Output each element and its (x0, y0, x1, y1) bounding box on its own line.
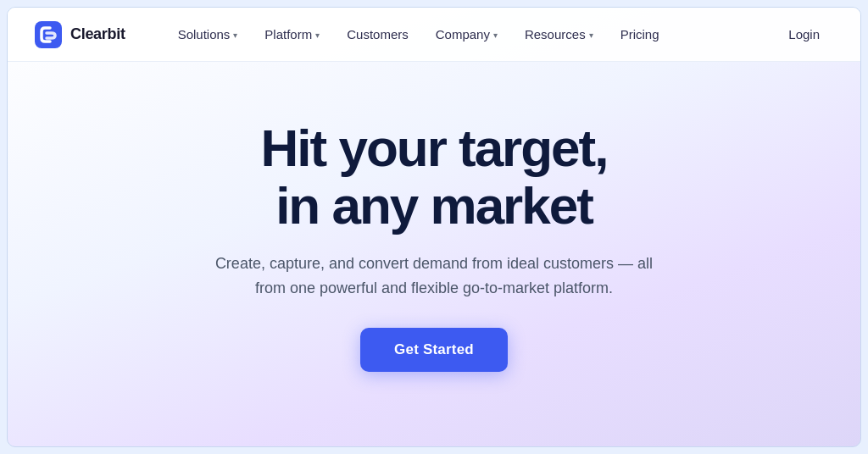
platform-label: Platform (264, 27, 312, 42)
clearbit-logo-icon (35, 21, 62, 48)
company-label: Company (436, 27, 490, 42)
hero-section: Hit your target, in any market Create, c… (8, 62, 860, 446)
navbar: Clearbit Solutions ▾ Platform ▾ Customer… (8, 8, 860, 62)
nav-links: Solutions ▾ Platform ▾ Customers Company… (166, 20, 776, 48)
logo-area[interactable]: Clearbit (35, 21, 125, 48)
customers-label: Customers (347, 27, 409, 42)
get-started-button[interactable]: Get Started (360, 328, 508, 372)
resources-chevron-icon: ▾ (589, 30, 593, 40)
hero-subtext: Create, capture, and convert demand from… (214, 252, 654, 301)
nav-item-solutions[interactable]: Solutions ▾ (166, 20, 250, 48)
platform-chevron-icon: ▾ (315, 30, 320, 40)
login-button[interactable]: Login (775, 20, 833, 48)
company-chevron-icon: ▾ (493, 30, 498, 40)
hero-headline: Hit your target, in any market (261, 119, 608, 235)
page-wrapper: Clearbit Solutions ▾ Platform ▾ Customer… (7, 7, 861, 447)
logo-text: Clearbit (70, 25, 125, 43)
nav-item-resources[interactable]: Resources ▾ (513, 20, 605, 48)
pricing-label: Pricing (620, 27, 659, 42)
solutions-chevron-icon: ▾ (233, 30, 237, 40)
hero-headline-line2: in any market (275, 176, 593, 235)
nav-item-company[interactable]: Company ▾ (424, 20, 509, 48)
nav-item-platform[interactable]: Platform ▾ (253, 20, 331, 48)
nav-item-pricing[interactable]: Pricing (609, 20, 671, 48)
nav-item-customers[interactable]: Customers (335, 20, 420, 48)
hero-headline-line1: Hit your target, (261, 119, 608, 177)
nav-right: Login (775, 20, 833, 48)
solutions-label: Solutions (178, 27, 231, 42)
resources-label: Resources (525, 27, 586, 42)
